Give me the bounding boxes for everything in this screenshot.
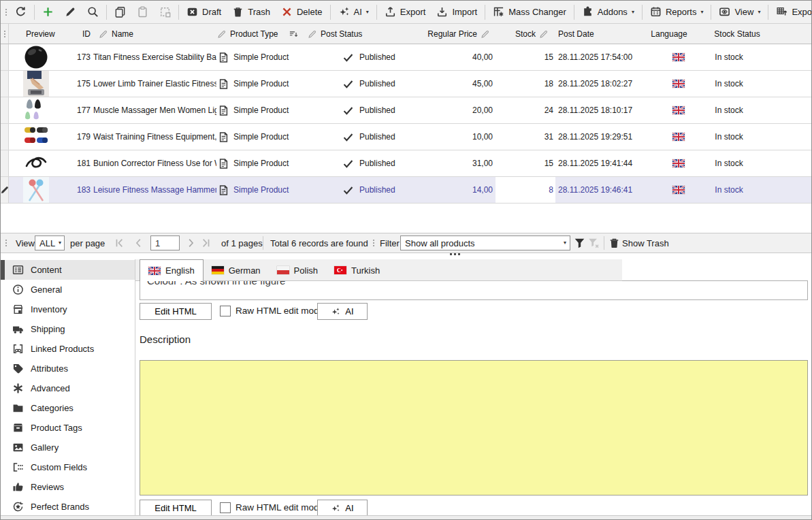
- tab-german[interactable]: German: [204, 260, 269, 280]
- column-header-post-status[interactable]: Post Status: [305, 24, 409, 44]
- cell-language: [645, 177, 693, 203]
- column-header-preview[interactable]: Preview: [9, 24, 76, 44]
- table-row[interactable]: 183 Leisure Fitness Massage Hammer Mult …: [1, 177, 811, 204]
- show-trash-button[interactable]: Show Trash: [622, 238, 669, 248]
- panel-splitter-handle[interactable]: [444, 250, 465, 258]
- last-page-button[interactable]: [200, 238, 212, 249]
- cell-name: Muscle Massager Men Women Lightw: [92, 97, 216, 123]
- toolbar-separator: [642, 5, 643, 20]
- per-page-select[interactable]: ALL ▾: [35, 235, 65, 250]
- edit-html-button[interactable]: Edit HTML: [140, 303, 212, 320]
- toolbar-button-draft[interactable]: Draft: [181, 2, 227, 22]
- sidebar-item-reviews[interactable]: Reviews: [1, 477, 135, 497]
- column-header-name[interactable]: Name: [92, 24, 216, 44]
- tab-english[interactable]: English: [140, 259, 204, 281]
- column-header-post-date[interactable]: Post Date: [555, 24, 645, 44]
- export-grid-icon: [776, 6, 787, 18]
- previous-page-button[interactable]: [133, 238, 144, 249]
- sidebar-item-label: Inventory: [31, 304, 67, 314]
- column-header-stock[interactable]: Stock: [496, 24, 555, 44]
- table-row[interactable]: 175 Lower Limb Trainer Elastic Fitness E…: [1, 71, 811, 97]
- edit-html-button[interactable]: Edit HTML: [140, 500, 212, 517]
- sidebar-item-attributes[interactable]: Attributes: [1, 359, 135, 378]
- toolbar-button-addons[interactable]: Addons▾: [576, 2, 640, 22]
- toolbar-button-edit[interactable]: [59, 2, 82, 22]
- sidebar-item-custom-fields[interactable]: Custom Fields: [1, 457, 135, 477]
- sidebar-item-perfect-brands[interactable]: Perfect Brands: [1, 497, 135, 517]
- toolbar-button-label: Export Grid: [792, 7, 812, 17]
- per-page-label: per page: [70, 238, 105, 248]
- sidebar-item-gallery[interactable]: Gallery: [1, 438, 135, 457]
- toolbar-button-paste-special[interactable]: [154, 2, 176, 22]
- sidebar-item-content[interactable]: Content: [1, 260, 135, 280]
- sidebar-item-advanced[interactable]: Advanced: [1, 378, 135, 398]
- filter-drag-handle[interactable]: [370, 240, 377, 246]
- raw-html-checkbox[interactable]: [220, 306, 231, 316]
- store-manager-window: DraftTrashDeleteAI▾ExportImportMass Chan…: [0, 0, 812, 520]
- toolbar-button-export[interactable]: Export: [379, 2, 432, 22]
- short-description-editor[interactable]: Colour : As shown in the figure: [140, 280, 808, 300]
- toolbar-separator: [574, 5, 574, 20]
- tab-polish[interactable]: Polish: [269, 260, 326, 280]
- flag-uk-icon: [672, 53, 685, 61]
- cell-stock: 18: [496, 71, 555, 97]
- cell-post-status: Published: [305, 177, 409, 203]
- column-header-stock-status[interactable]: Stock Status: [693, 24, 812, 44]
- toolbar-button-refresh[interactable]: [10, 2, 32, 22]
- table-row[interactable]: 173 Titan Fitness Exercise Stability Bal…: [1, 44, 811, 71]
- pager-drag-handle[interactable]: [3, 240, 10, 246]
- document-icon: [218, 78, 229, 90]
- sidebar-item-general[interactable]: General: [1, 280, 135, 299]
- toolbar-button-delete[interactable]: Delete: [276, 2, 328, 22]
- toolbar-separator: [106, 5, 107, 20]
- check-icon: [342, 52, 354, 63]
- content-icon: [12, 264, 24, 276]
- column-header-label: Post Date: [558, 29, 594, 39]
- table-row[interactable]: 177 Muscle Massager Men Women Lightw Sim…: [1, 97, 811, 124]
- column-header-regular-price[interactable]: Regular Price: [409, 24, 496, 44]
- cell-post-date: 28.11.2025 17:54:00: [555, 44, 645, 70]
- sidebar-item-linked-products[interactable]: Linked Products: [1, 339, 135, 359]
- sidebar-item-categories[interactable]: Categories: [1, 398, 135, 418]
- toolbar-drag-handle[interactable]: [3, 9, 10, 16]
- clear-filter-icon[interactable]: [588, 238, 600, 249]
- raw-html-checkbox[interactable]: [220, 502, 231, 513]
- ai-button[interactable]: AI: [317, 303, 368, 320]
- delete-icon: [281, 6, 293, 18]
- table-row[interactable]: 179 Waist Training Fitness Equipment, Ba…: [1, 124, 811, 150]
- first-page-button[interactable]: [114, 238, 125, 249]
- document-icon: [218, 131, 229, 143]
- tab-turkish[interactable]: Turkish: [326, 260, 388, 280]
- detail-sidebar: Content General Inventory Shipping Linke…: [1, 259, 135, 515]
- toolbar-button-import[interactable]: Import: [431, 2, 483, 22]
- column-header-language[interactable]: Language: [645, 24, 693, 44]
- main-toolbar: DraftTrashDeleteAI▾ExportImportMass Chan…: [1, 1, 811, 24]
- toolbar-button-mass-changer[interactable]: Mass Changer: [487, 2, 572, 22]
- page-number-input[interactable]: [150, 235, 180, 250]
- filter-select[interactable]: Show all products ▾: [400, 235, 570, 250]
- sidebar-item-shipping[interactable]: Shipping: [1, 319, 135, 339]
- toolbar-button-view[interactable]: View▾: [713, 2, 766, 22]
- toolbar-button-export-grid[interactable]: Export Grid▾: [770, 2, 812, 22]
- toolbar-button-trash[interactable]: Trash: [227, 2, 276, 22]
- column-header-product-type[interactable]: Product Type: [216, 24, 305, 44]
- toolbar-button-paste[interactable]: [131, 2, 154, 22]
- sort-filter-icon[interactable]: [289, 29, 298, 39]
- ai-button[interactable]: AI: [317, 500, 368, 517]
- cell-preview: [9, 44, 76, 70]
- toolbar-button-search[interactable]: [82, 2, 104, 22]
- toolbar-button-reports[interactable]: Reports▾: [645, 2, 709, 22]
- apply-filter-icon[interactable]: [574, 238, 585, 249]
- column-header-id[interactable]: ID: [76, 24, 92, 44]
- grid-drag-handle[interactable]: [1, 31, 8, 37]
- cell-name: Bunion Corrector Fitness Use for Wom: [92, 150, 216, 176]
- table-row[interactable]: 181 Bunion Corrector Fitness Use for Wom…: [1, 150, 811, 177]
- toolbar-button-copy[interactable]: [109, 2, 131, 22]
- next-page-button[interactable]: [185, 238, 197, 249]
- toolbar-button-add[interactable]: [37, 2, 59, 22]
- toolbar-button-ai[interactable]: AI▾: [333, 2, 374, 22]
- document-icon: [218, 184, 229, 196]
- description-textarea[interactable]: [140, 360, 808, 495]
- sidebar-item-product-tags[interactable]: Product Tags: [1, 418, 135, 438]
- sidebar-item-inventory[interactable]: Inventory: [1, 299, 135, 319]
